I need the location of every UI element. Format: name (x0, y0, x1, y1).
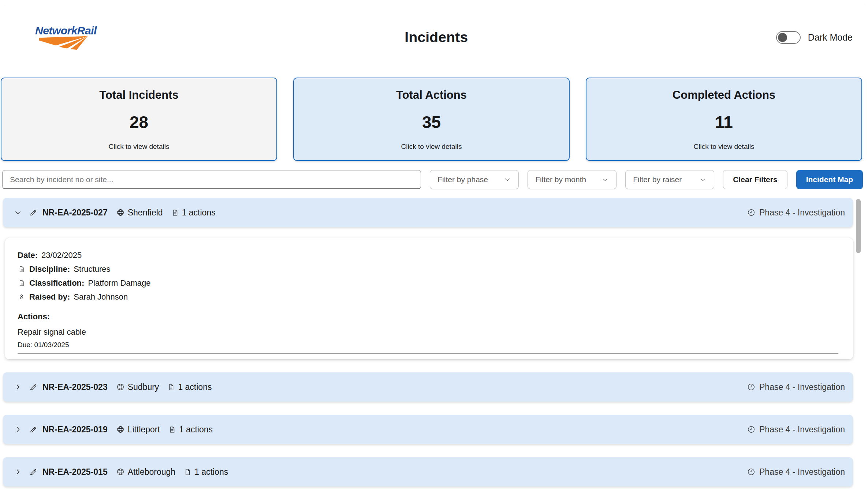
chevron-right-icon[interactable] (14, 425, 22, 433)
detail-raised-by-label: Raised by: (29, 292, 70, 302)
dark-mode-control: Dark Mode (776, 31, 857, 44)
card-completed-actions[interactable]: Completed Actions 11 Click to view detai… (586, 78, 862, 161)
incident-row-left: NR-EA-2025-023 Sudbury 1 actions (14, 382, 212, 392)
incident-list: NR-EA-2025-027 Shenfield 1 actions Phase… (0, 198, 868, 496)
clock-icon (747, 425, 755, 433)
chevron-down-icon (504, 176, 511, 183)
incident-row-header[interactable]: NR-EA-2025-019 Littleport 1 actions Phas… (3, 415, 853, 444)
detail-discipline-label: Discipline: (29, 264, 70, 274)
incident-actions-count: 1 actions (179, 425, 213, 435)
card-total-incidents[interactable]: Total Incidents 28 Click to view details (1, 78, 277, 161)
document-icon (172, 209, 179, 216)
clock-icon (747, 208, 755, 217)
action-item: Repair signal cable Due: 01/03/2025 (18, 327, 838, 354)
document-icon (184, 469, 191, 476)
edit-pencil-icon[interactable] (29, 383, 37, 391)
globe-icon (116, 383, 124, 391)
detail-date: Date: 23/02/2025 (18, 251, 838, 260)
detail-raised-by: Raised by: Sarah Johnson (18, 292, 838, 302)
incident-id: NR-EA-2025-015 (42, 467, 108, 477)
incident-row-right: Phase 4 - Investigation (747, 467, 845, 477)
clear-filters-button[interactable]: Clear Filters (723, 170, 787, 189)
card-title: Completed Actions (673, 89, 775, 102)
chevron-right-icon[interactable] (14, 468, 22, 476)
detail-discipline: Discipline: Structures (18, 264, 838, 274)
document-icon (169, 426, 176, 433)
person-icon (18, 294, 26, 300)
incident-id: NR-EA-2025-023 (42, 382, 108, 392)
incident-row-right: Phase 4 - Investigation (747, 425, 845, 435)
incident-row-header[interactable]: NR-EA-2025-027 Shenfield 1 actions Phase… (3, 198, 853, 227)
detail-raised-by-value: Sarah Johnson (74, 292, 128, 302)
incident-actions-count: 1 actions (182, 208, 216, 218)
filter-month-label: Filter by month (535, 175, 586, 184)
document-icon (18, 266, 26, 273)
chevron-down-icon[interactable] (14, 208, 22, 217)
incident-block: NR-EA-2025-023 Sudbury 1 actions Phase 4… (3, 372, 853, 402)
filter-raiser-label: Filter by raiser (633, 175, 682, 184)
edit-pencil-icon[interactable] (29, 425, 37, 433)
incident-map-button[interactable]: Incident Map (796, 170, 863, 189)
chevron-down-icon (699, 176, 707, 183)
dark-mode-label: Dark Mode (808, 32, 853, 43)
incident-row-left: NR-EA-2025-019 Littleport 1 actions (14, 425, 213, 435)
incident-block: NR-EA-2025-019 Littleport 1 actions Phas… (3, 415, 853, 444)
incident-details-card: Date: 23/02/2025 Discipline: Structures … (5, 238, 853, 359)
incident-row-header[interactable]: NR-EA-2025-023 Sudbury 1 actions Phase 4… (3, 372, 853, 402)
incident-phase: Phase 4 - Investigation (759, 382, 845, 392)
incident-site: Attleborough (128, 467, 175, 477)
card-value: 11 (715, 112, 733, 132)
detail-date-label: Date: (18, 251, 38, 260)
chevron-down-icon (601, 176, 609, 183)
toolbar: Filter by phase Filter by month Filter b… (2, 170, 863, 189)
chevron-right-icon[interactable] (14, 383, 22, 391)
filter-month-select[interactable]: Filter by month (528, 170, 616, 189)
incident-actions-count: 1 actions (194, 467, 228, 477)
incident-id: NR-EA-2025-019 (42, 425, 108, 435)
globe-icon (116, 208, 124, 217)
document-icon (18, 280, 26, 286)
card-total-actions[interactable]: Total Actions 35 Click to view details (293, 78, 570, 161)
incident-row-right: Phase 4 - Investigation (747, 208, 845, 218)
detail-classification: Classification: Platform Damage (18, 278, 838, 288)
action-due: Due: 01/03/2025 (18, 341, 838, 349)
filter-raiser-select[interactable]: Filter by raiser (625, 170, 714, 189)
networkrail-logo: NetworkRail (35, 25, 97, 50)
incident-phase: Phase 4 - Investigation (759, 208, 845, 218)
search-input[interactable] (2, 170, 421, 189)
incident-phase: Phase 4 - Investigation (759, 425, 845, 435)
globe-icon (116, 425, 124, 433)
card-subtitle: Click to view details (694, 143, 755, 151)
card-title: Total Actions (396, 89, 467, 102)
edit-pencil-icon[interactable] (29, 468, 37, 476)
toggle-knob-icon (778, 33, 787, 42)
dark-mode-toggle[interactable] (776, 31, 801, 44)
incident-id: NR-EA-2025-027 (42, 208, 108, 218)
filter-phase-select[interactable]: Filter by phase (430, 170, 519, 189)
globe-icon (116, 468, 124, 476)
clock-icon (747, 468, 755, 476)
scrollbar-thumb[interactable] (856, 199, 861, 253)
incident-site: Shenfield (128, 208, 163, 218)
filter-phase-label: Filter by phase (437, 175, 488, 184)
page-title: Incidents (405, 29, 468, 45)
action-text: Repair signal cable (18, 327, 838, 337)
edit-pencil-icon[interactable] (29, 208, 37, 217)
summary-cards: Total Incidents 28 Click to view details… (1, 78, 862, 161)
detail-discipline-value: Structures (74, 264, 110, 274)
incident-row-header[interactable]: NR-EA-2025-015 Attleborough 1 actions Ph… (3, 457, 853, 486)
app-header: NetworkRail Incidents Dark Mode (0, 3, 868, 58)
logo-swoosh-icon (37, 35, 92, 50)
incident-phase: Phase 4 - Investigation (759, 467, 845, 477)
card-value: 35 (422, 112, 441, 132)
card-subtitle: Click to view details (401, 143, 462, 151)
clock-icon (747, 383, 755, 391)
card-title: Total Incidents (99, 89, 178, 102)
incident-block: NR-EA-2025-027 Shenfield 1 actions Phase… (3, 198, 853, 359)
detail-classification-value: Platform Damage (88, 278, 150, 288)
incident-row-left: NR-EA-2025-015 Attleborough 1 actions (14, 467, 228, 477)
logo-text: NetworkRail (35, 25, 97, 37)
detail-classification-label: Classification: (29, 278, 84, 288)
document-icon (168, 384, 175, 391)
incident-block: NR-EA-2025-015 Attleborough 1 actions Ph… (3, 457, 853, 486)
